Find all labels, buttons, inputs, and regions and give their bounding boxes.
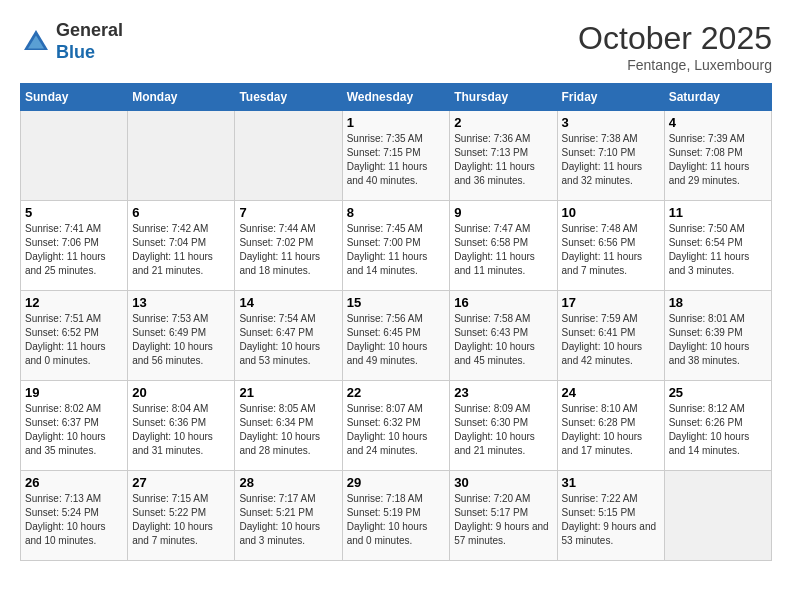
- weekday-header: Saturday: [664, 84, 771, 111]
- day-info: Sunrise: 7:20 AM Sunset: 5:17 PM Dayligh…: [454, 492, 552, 548]
- day-number: 4: [669, 115, 767, 130]
- day-number: 18: [669, 295, 767, 310]
- calendar-cell: 9Sunrise: 7:47 AM Sunset: 6:58 PM Daylig…: [450, 201, 557, 291]
- calendar-cell: 30Sunrise: 7:20 AM Sunset: 5:17 PM Dayli…: [450, 471, 557, 561]
- day-number: 11: [669, 205, 767, 220]
- day-info: Sunrise: 7:15 AM Sunset: 5:22 PM Dayligh…: [132, 492, 230, 548]
- calendar-cell: 25Sunrise: 8:12 AM Sunset: 6:26 PM Dayli…: [664, 381, 771, 471]
- calendar-cell: 4Sunrise: 7:39 AM Sunset: 7:08 PM Daylig…: [664, 111, 771, 201]
- day-info: Sunrise: 7:54 AM Sunset: 6:47 PM Dayligh…: [239, 312, 337, 368]
- day-info: Sunrise: 7:42 AM Sunset: 7:04 PM Dayligh…: [132, 222, 230, 278]
- calendar-cell: 10Sunrise: 7:48 AM Sunset: 6:56 PM Dayli…: [557, 201, 664, 291]
- calendar-cell: 22Sunrise: 8:07 AM Sunset: 6:32 PM Dayli…: [342, 381, 450, 471]
- weekday-header: Sunday: [21, 84, 128, 111]
- calendar-cell: [128, 111, 235, 201]
- calendar-cell: 29Sunrise: 7:18 AM Sunset: 5:19 PM Dayli…: [342, 471, 450, 561]
- calendar-cell: 20Sunrise: 8:04 AM Sunset: 6:36 PM Dayli…: [128, 381, 235, 471]
- calendar-week-row: 19Sunrise: 8:02 AM Sunset: 6:37 PM Dayli…: [21, 381, 772, 471]
- day-number: 27: [132, 475, 230, 490]
- weekday-header: Tuesday: [235, 84, 342, 111]
- day-info: Sunrise: 7:41 AM Sunset: 7:06 PM Dayligh…: [25, 222, 123, 278]
- day-info: Sunrise: 7:22 AM Sunset: 5:15 PM Dayligh…: [562, 492, 660, 548]
- day-number: 17: [562, 295, 660, 310]
- calendar-cell: 7Sunrise: 7:44 AM Sunset: 7:02 PM Daylig…: [235, 201, 342, 291]
- weekday-header: Monday: [128, 84, 235, 111]
- day-number: 23: [454, 385, 552, 400]
- weekday-header: Wednesday: [342, 84, 450, 111]
- day-number: 29: [347, 475, 446, 490]
- calendar-cell: 24Sunrise: 8:10 AM Sunset: 6:28 PM Dayli…: [557, 381, 664, 471]
- calendar-cell: 13Sunrise: 7:53 AM Sunset: 6:49 PM Dayli…: [128, 291, 235, 381]
- day-number: 14: [239, 295, 337, 310]
- day-number: 1: [347, 115, 446, 130]
- day-number: 22: [347, 385, 446, 400]
- calendar-cell: [664, 471, 771, 561]
- day-number: 5: [25, 205, 123, 220]
- calendar-week-row: 1Sunrise: 7:35 AM Sunset: 7:15 PM Daylig…: [21, 111, 772, 201]
- day-number: 20: [132, 385, 230, 400]
- calendar-cell: 1Sunrise: 7:35 AM Sunset: 7:15 PM Daylig…: [342, 111, 450, 201]
- day-info: Sunrise: 7:53 AM Sunset: 6:49 PM Dayligh…: [132, 312, 230, 368]
- day-number: 10: [562, 205, 660, 220]
- logo: General Blue: [20, 20, 123, 63]
- day-info: Sunrise: 7:35 AM Sunset: 7:15 PM Dayligh…: [347, 132, 446, 188]
- day-info: Sunrise: 7:56 AM Sunset: 6:45 PM Dayligh…: [347, 312, 446, 368]
- calendar-week-row: 5Sunrise: 7:41 AM Sunset: 7:06 PM Daylig…: [21, 201, 772, 291]
- calendar-cell: 5Sunrise: 7:41 AM Sunset: 7:06 PM Daylig…: [21, 201, 128, 291]
- calendar-cell: 3Sunrise: 7:38 AM Sunset: 7:10 PM Daylig…: [557, 111, 664, 201]
- logo-icon: [20, 26, 52, 58]
- day-number: 2: [454, 115, 552, 130]
- day-info: Sunrise: 8:10 AM Sunset: 6:28 PM Dayligh…: [562, 402, 660, 458]
- day-number: 24: [562, 385, 660, 400]
- title-block: October 2025 Fentange, Luxembourg: [578, 20, 772, 73]
- logo-text: General Blue: [56, 20, 123, 63]
- calendar-cell: 11Sunrise: 7:50 AM Sunset: 6:54 PM Dayli…: [664, 201, 771, 291]
- day-number: 31: [562, 475, 660, 490]
- calendar-cell: 23Sunrise: 8:09 AM Sunset: 6:30 PM Dayli…: [450, 381, 557, 471]
- weekday-header: Thursday: [450, 84, 557, 111]
- day-number: 26: [25, 475, 123, 490]
- day-number: 16: [454, 295, 552, 310]
- month-title: October 2025: [578, 20, 772, 57]
- day-info: Sunrise: 7:48 AM Sunset: 6:56 PM Dayligh…: [562, 222, 660, 278]
- day-info: Sunrise: 7:58 AM Sunset: 6:43 PM Dayligh…: [454, 312, 552, 368]
- day-info: Sunrise: 7:17 AM Sunset: 5:21 PM Dayligh…: [239, 492, 337, 548]
- calendar-cell: 2Sunrise: 7:36 AM Sunset: 7:13 PM Daylig…: [450, 111, 557, 201]
- calendar-cell: 14Sunrise: 7:54 AM Sunset: 6:47 PM Dayli…: [235, 291, 342, 381]
- day-number: 8: [347, 205, 446, 220]
- day-info: Sunrise: 8:01 AM Sunset: 6:39 PM Dayligh…: [669, 312, 767, 368]
- day-number: 19: [25, 385, 123, 400]
- logo-line2: Blue: [56, 42, 95, 62]
- calendar-cell: 19Sunrise: 8:02 AM Sunset: 6:37 PM Dayli…: [21, 381, 128, 471]
- day-info: Sunrise: 7:18 AM Sunset: 5:19 PM Dayligh…: [347, 492, 446, 548]
- day-info: Sunrise: 7:36 AM Sunset: 7:13 PM Dayligh…: [454, 132, 552, 188]
- calendar-cell: 12Sunrise: 7:51 AM Sunset: 6:52 PM Dayli…: [21, 291, 128, 381]
- calendar-cell: 16Sunrise: 7:58 AM Sunset: 6:43 PM Dayli…: [450, 291, 557, 381]
- day-info: Sunrise: 7:39 AM Sunset: 7:08 PM Dayligh…: [669, 132, 767, 188]
- calendar-cell: [235, 111, 342, 201]
- location-subtitle: Fentange, Luxembourg: [578, 57, 772, 73]
- calendar-cell: 15Sunrise: 7:56 AM Sunset: 6:45 PM Dayli…: [342, 291, 450, 381]
- calendar-table: SundayMondayTuesdayWednesdayThursdayFrid…: [20, 83, 772, 561]
- calendar-cell: 8Sunrise: 7:45 AM Sunset: 7:00 PM Daylig…: [342, 201, 450, 291]
- weekday-header-row: SundayMondayTuesdayWednesdayThursdayFrid…: [21, 84, 772, 111]
- day-info: Sunrise: 7:50 AM Sunset: 6:54 PM Dayligh…: [669, 222, 767, 278]
- calendar-cell: 6Sunrise: 7:42 AM Sunset: 7:04 PM Daylig…: [128, 201, 235, 291]
- calendar-cell: 17Sunrise: 7:59 AM Sunset: 6:41 PM Dayli…: [557, 291, 664, 381]
- day-number: 15: [347, 295, 446, 310]
- day-number: 9: [454, 205, 552, 220]
- day-info: Sunrise: 7:45 AM Sunset: 7:00 PM Dayligh…: [347, 222, 446, 278]
- day-info: Sunrise: 7:47 AM Sunset: 6:58 PM Dayligh…: [454, 222, 552, 278]
- day-number: 30: [454, 475, 552, 490]
- page-header: General Blue October 2025 Fentange, Luxe…: [20, 20, 772, 73]
- day-info: Sunrise: 7:59 AM Sunset: 6:41 PM Dayligh…: [562, 312, 660, 368]
- day-info: Sunrise: 8:09 AM Sunset: 6:30 PM Dayligh…: [454, 402, 552, 458]
- calendar-cell: 28Sunrise: 7:17 AM Sunset: 5:21 PM Dayli…: [235, 471, 342, 561]
- calendar-cell: [21, 111, 128, 201]
- calendar-week-row: 12Sunrise: 7:51 AM Sunset: 6:52 PM Dayli…: [21, 291, 772, 381]
- calendar-cell: 18Sunrise: 8:01 AM Sunset: 6:39 PM Dayli…: [664, 291, 771, 381]
- day-number: 21: [239, 385, 337, 400]
- calendar-cell: 31Sunrise: 7:22 AM Sunset: 5:15 PM Dayli…: [557, 471, 664, 561]
- logo-line1: General: [56, 20, 123, 40]
- day-info: Sunrise: 7:44 AM Sunset: 7:02 PM Dayligh…: [239, 222, 337, 278]
